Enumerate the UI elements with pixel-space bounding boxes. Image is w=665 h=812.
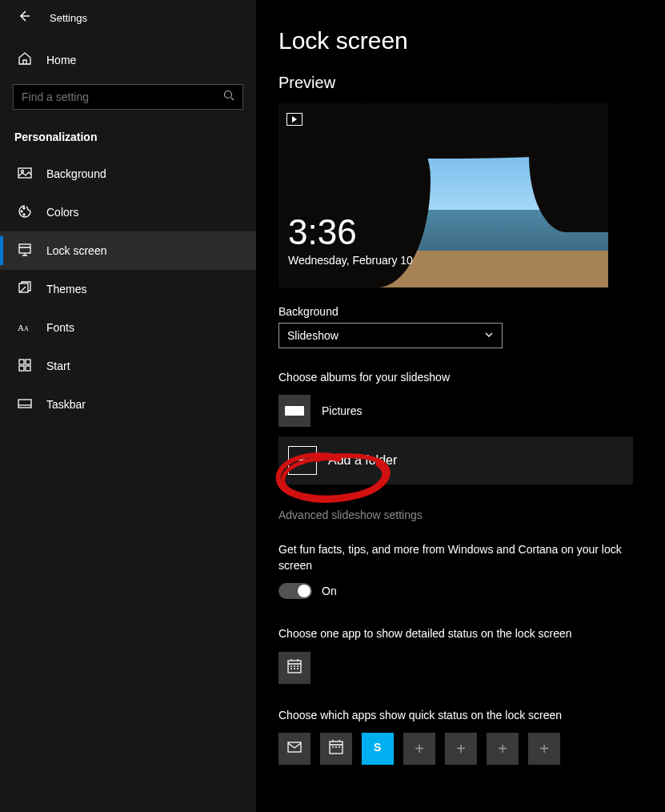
- album-item[interactable]: Pictures: [278, 395, 633, 427]
- preview-time: 3:36: [288, 212, 357, 252]
- detailed-app-slot[interactable]: [278, 652, 310, 684]
- fun-facts-toggle[interactable]: [278, 583, 312, 599]
- themes-icon: [18, 281, 32, 298]
- page-title: Lock screen: [278, 27, 633, 54]
- palette-icon: [18, 204, 32, 221]
- plus-icon: +: [456, 740, 466, 758]
- fonts-icon: AA: [18, 320, 32, 336]
- svg-rect-14: [18, 400, 31, 408]
- quick-app-slot-empty[interactable]: +: [403, 733, 435, 765]
- calendar-icon: [286, 658, 302, 677]
- nav-item-fonts[interactable]: AA Fonts: [0, 308, 256, 347]
- advanced-settings-link[interactable]: Advanced slideshow settings: [278, 509, 633, 521]
- nav-item-themes[interactable]: Themes: [0, 270, 256, 308]
- svg-point-3: [21, 211, 22, 212]
- taskbar-icon: [18, 396, 32, 413]
- preview-heading: Preview: [278, 74, 633, 92]
- sidebar: Settings Home Personalization Background…: [0, 0, 256, 812]
- svg-rect-10: [19, 360, 24, 364]
- fun-facts-description: Get fun facts, tips, and more from Windo…: [278, 542, 633, 573]
- background-dropdown[interactable]: Slideshow: [278, 323, 503, 348]
- mail-icon: [286, 739, 302, 758]
- nav-label: Taskbar: [46, 398, 86, 411]
- nav-item-colors[interactable]: Colors: [0, 193, 256, 231]
- svg-text:A: A: [18, 323, 24, 332]
- nav-label: Fonts: [46, 321, 74, 334]
- nav-label: Background: [46, 167, 106, 180]
- nav-home-label: Home: [46, 54, 76, 66]
- search-input[interactable]: [22, 90, 223, 103]
- nav-label: Colors: [46, 206, 78, 219]
- nav-home[interactable]: Home: [0, 42, 256, 78]
- search-icon: [223, 90, 234, 104]
- nav-item-lockscreen[interactable]: Lock screen: [0, 231, 256, 270]
- nav-label: Start: [46, 360, 70, 372]
- picture-icon: [18, 166, 32, 183]
- folder-thumb-icon: [278, 395, 310, 427]
- lockscreen-preview: 3:36 Wednesday, February 10: [278, 103, 608, 287]
- svg-rect-6: [19, 244, 30, 253]
- plus-icon: +: [498, 740, 507, 758]
- nav-item-taskbar[interactable]: Taskbar: [0, 385, 256, 424]
- plus-icon: +: [288, 446, 317, 475]
- quick-app-slot-empty[interactable]: +: [445, 733, 477, 765]
- add-folder-button[interactable]: + Add a folder: [278, 436, 633, 484]
- plus-icon: +: [539, 740, 549, 758]
- quick-app-slot-empty[interactable]: +: [528, 733, 560, 765]
- chevron-down-icon: [484, 329, 494, 342]
- detailed-status-label: Choose one app to show detailed status o…: [278, 626, 633, 642]
- svg-rect-16: [288, 742, 301, 752]
- svg-point-0: [225, 91, 232, 98]
- nav-label: Themes: [46, 283, 87, 295]
- window-title: Settings: [50, 12, 87, 24]
- svg-text:S: S: [374, 741, 381, 754]
- albums-heading: Choose albums for your slideshow: [278, 371, 633, 384]
- album-name: Pictures: [322, 404, 363, 417]
- home-icon: [18, 51, 32, 68]
- nav-label: Lock screen: [46, 244, 106, 257]
- svg-rect-13: [26, 366, 30, 371]
- nav-item-start[interactable]: Start: [0, 347, 256, 385]
- add-folder-label: Add a folder: [328, 453, 397, 468]
- quick-app-calendar[interactable]: [320, 733, 352, 765]
- lockscreen-icon: [18, 243, 32, 259]
- skype-icon: S: [371, 740, 385, 758]
- quick-app-skype[interactable]: S: [362, 733, 394, 765]
- quick-app-mail[interactable]: [278, 733, 310, 765]
- svg-rect-12: [19, 366, 24, 371]
- toggle-state-label: On: [322, 585, 337, 597]
- calendar-icon: [328, 739, 344, 758]
- svg-point-5: [23, 214, 25, 215]
- svg-point-2: [22, 170, 24, 172]
- search-input-wrap[interactable]: [13, 84, 243, 110]
- back-button[interactable]: [18, 10, 30, 26]
- svg-point-4: [23, 207, 25, 209]
- quick-app-slot-empty[interactable]: +: [487, 733, 519, 765]
- svg-rect-7: [19, 283, 28, 292]
- category-heading: Personalization: [0, 119, 256, 155]
- quick-status-label: Choose which apps show quick status on t…: [278, 708, 633, 724]
- start-icon: [18, 358, 32, 375]
- main-content: Lock screen Preview 3:36 Wednesday, Febr…: [256, 0, 665, 812]
- plus-icon: +: [415, 740, 424, 758]
- nav-item-background[interactable]: Background: [0, 155, 256, 193]
- svg-text:A: A: [24, 325, 29, 332]
- preview-date: Wednesday, February 10: [288, 254, 413, 267]
- slideshow-icon: [286, 113, 302, 126]
- dropdown-value: Slideshow: [287, 329, 339, 342]
- background-label: Background: [278, 305, 633, 318]
- titlebar: Settings: [0, 0, 256, 35]
- svg-rect-11: [26, 360, 30, 364]
